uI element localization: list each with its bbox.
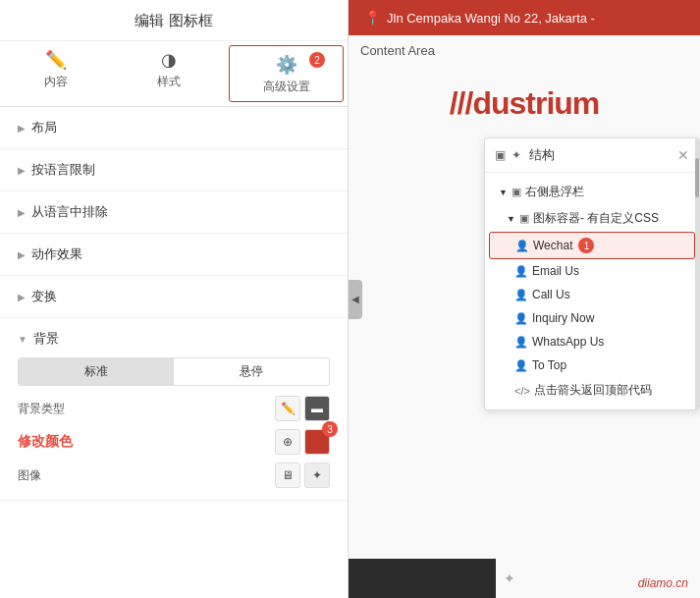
section-transform[interactable]: ▶ 变换 — [0, 276, 348, 318]
tree-item-totop[interactable]: 👤 To Top — [485, 353, 699, 377]
content-icon: ✏️ — [45, 49, 67, 71]
left-panel: 编辑 图标框 ✏️ 内容 ◑ 样式 ⚙️ 高级设置 2 ▶ 布局 ▶ 按语言限制… — [0, 0, 349, 598]
tree-totop-label: To Top — [532, 358, 566, 372]
logo-area: ///dustrium — [349, 66, 700, 132]
tree-item-wechat[interactable]: 👤 Wechat 1 — [489, 232, 695, 259]
tree-item-icon-container[interactable]: ▼ ▣ 图标容器- 有自定义CSS — [485, 205, 699, 232]
right-panel: 📍 Jln Cempaka Wangi No 22, Jakarta - Con… — [349, 0, 700, 598]
structure-panel: ▣ ✦ 结构 ✕ ▼ ▣ 右侧悬浮栏 ▼ ▣ 图标容器- 有自定义CSS 👤 W… — [484, 137, 700, 410]
tabs-row: ✏️ 内容 ◑ 样式 ⚙️ 高级设置 2 — [0, 41, 348, 107]
bg-tab-standard[interactable]: 标准 — [19, 358, 174, 385]
arrow-icon: ▶ — [18, 292, 26, 302]
bg-type-label: 背景类型 — [18, 401, 65, 417]
arrow-icon: ▶ — [18, 249, 26, 260]
user-icon: 👤 — [514, 289, 528, 301]
tree-wechat-label: Wechat — [533, 239, 572, 252]
right-header: 📍 Jln Cempaka Wangi No 22, Jakarta - — [349, 0, 700, 35]
user-icon: 👤 — [514, 312, 528, 325]
bg-type-controls: ✏️ ▬ — [275, 396, 330, 421]
structure-title: 结构 — [529, 146, 555, 164]
structure-header-icons: ▣ ✦ — [495, 148, 521, 162]
scrollbar[interactable] — [695, 138, 699, 409]
tree-item-whatsapp[interactable]: 👤 WhatsApp Us — [485, 330, 699, 353]
color-label-red: 修改颜色 — [18, 433, 73, 451]
tab-style-label: 样式 — [157, 74, 181, 90]
tab-badge: 2 — [309, 52, 325, 68]
bg-tab-hover[interactable]: 悬停 — [174, 358, 329, 385]
tab-advanced-label: 高级设置 — [263, 79, 310, 95]
arrow-icon: ▶ — [18, 165, 26, 176]
collapse-arrow-icon: ◀ — [351, 294, 359, 304]
bottom-dark-area — [349, 559, 496, 598]
bg-tabs: 标准 悬停 — [18, 357, 330, 386]
color-row: 修改颜色 ⊕ 3 — [18, 429, 330, 455]
background-label: 背景 — [33, 330, 59, 348]
square-bracket-icon: ▣ — [495, 148, 506, 162]
code-icon: </> — [514, 385, 530, 397]
arrow-icon: ▶ — [18, 207, 26, 218]
close-button[interactable]: ✕ — [677, 147, 689, 163]
tree-item-code[interactable]: </> 点击箭头返回顶部代码 — [485, 377, 699, 404]
gear-icon: ⚙️ — [276, 54, 297, 76]
tab-content[interactable]: ✏️ 内容 — [0, 41, 113, 106]
container-icon: ▣ — [512, 186, 521, 198]
image-label: 图像 — [18, 467, 41, 484]
location-pin-icon: 📍 — [364, 10, 381, 26]
section-motion-label: 动作效果 — [31, 245, 82, 263]
sparkle-icon: ✦ — [504, 571, 515, 586]
image-controls: 🖥 ✦ — [275, 462, 330, 488]
wechat-badge: 1 — [578, 238, 594, 253]
section-layout-label: 布局 — [31, 119, 57, 136]
tree-item-sidebar[interactable]: ▼ ▣ 右侧悬浮栏 — [485, 179, 699, 205]
bg-type-row: 背景类型 ✏️ ▬ — [18, 396, 330, 421]
tab-style[interactable]: ◑ 样式 — [113, 41, 226, 106]
section-transform-label: 变换 — [31, 288, 57, 305]
tree-item-email[interactable]: 👤 Email Us — [485, 259, 699, 283]
container-icon: ▣ — [519, 212, 529, 225]
header-address: Jln Cempaka Wangi No 22, Jakarta - — [387, 11, 595, 26]
expand-arrow-icon: ▼ — [507, 214, 515, 224]
monitor-icon-btn[interactable]: 🖥 — [275, 462, 300, 488]
tree-sidebar-label: 右侧悬浮栏 — [525, 184, 584, 200]
expand-arrow-icon: ▼ — [499, 188, 508, 197]
tree-code-label: 点击箭头返回顶部代码 — [534, 382, 652, 399]
color-picker-icon[interactable]: ⊕ — [275, 429, 300, 455]
tree-item-call[interactable]: 👤 Call Us — [485, 283, 699, 306]
section-language-limit[interactable]: ▶ 按语言限制 — [0, 149, 348, 191]
tab-content-label: 内容 — [44, 74, 68, 90]
scroll-thumb — [695, 158, 699, 197]
pencil-icon-btn[interactable]: ✏️ — [275, 396, 300, 421]
sparkle-icon-btn[interactable]: ✦ — [304, 462, 330, 488]
color-badge: 3 — [322, 421, 338, 437]
color-swatch-container: 3 — [304, 429, 330, 455]
arrow-icon: ▶ — [18, 123, 26, 134]
arrow-icon: ▼ — [18, 334, 27, 345]
section-layout[interactable]: ▶ 布局 — [0, 107, 348, 149]
panel-collapse-handle[interactable]: ◀ — [349, 280, 362, 319]
background-section: ▼ 背景 标准 悬停 背景类型 ✏️ ▬ 修改颜色 ⊕ 3 图像 — [0, 318, 348, 501]
watermark: diiamo.cn — [638, 576, 688, 590]
user-icon: 👤 — [514, 359, 528, 372]
arrows-icon: ✦ — [512, 148, 521, 162]
color-controls: ⊕ 3 — [275, 429, 330, 455]
square-icon-btn[interactable]: ▬ — [304, 396, 330, 421]
panel-title: 编辑 图标框 — [0, 0, 348, 41]
section-language-limit-label: 按语言限制 — [31, 161, 95, 179]
tree-item-inquiry[interactable]: 👤 Inquiry Now — [485, 306, 699, 330]
section-language-exclude-label: 从语言中排除 — [31, 203, 108, 221]
tree-whatsapp-label: WhatsApp Us — [532, 335, 604, 349]
tab-advanced[interactable]: ⚙️ 高级设置 2 — [229, 45, 344, 102]
content-area-label: Content Area — [349, 35, 700, 66]
section-language-exclude[interactable]: ▶ 从语言中排除 — [0, 191, 348, 234]
tree-inquiry-label: Inquiry Now — [532, 311, 594, 325]
tree-icon-container-label: 图标容器- 有自定义CSS — [533, 210, 659, 227]
background-title[interactable]: ▼ 背景 — [18, 330, 330, 348]
tree-email-label: Email Us — [532, 264, 579, 278]
user-icon: 👤 — [514, 336, 528, 349]
structure-tree: ▼ ▣ 右侧悬浮栏 ▼ ▣ 图标容器- 有自定义CSS 👤 Wechat 1 👤… — [485, 173, 699, 409]
section-motion[interactable]: ▶ 动作效果 — [0, 234, 348, 276]
logo: ///dustrium — [450, 85, 600, 122]
tree-call-label: Call Us — [532, 288, 570, 301]
structure-header: ▣ ✦ 结构 ✕ — [485, 138, 699, 173]
style-icon: ◑ — [161, 49, 177, 71]
